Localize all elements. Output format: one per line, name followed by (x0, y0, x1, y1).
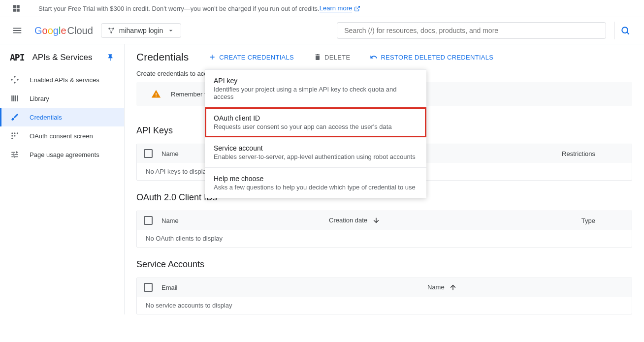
warning-icon (151, 89, 161, 99)
sidebar-item-agreements[interactable]: Page usage agreements (0, 145, 124, 164)
svg-rect-1 (17, 5, 20, 8)
create-credentials-menu: API key Identifies your project using a … (205, 69, 426, 198)
delete-button[interactable]: DELETE (314, 53, 350, 61)
plus-icon (208, 53, 216, 61)
diamond-icon (10, 75, 20, 84)
empty-state: No service accounts to display (137, 297, 632, 314)
column-name[interactable]: Name (427, 283, 457, 292)
arrow-down-icon (372, 217, 380, 224)
menu-item-title: OAuth client ID (214, 114, 418, 122)
svg-point-21 (11, 132, 13, 134)
sidebar-item-library[interactable]: Library (0, 89, 124, 108)
sidebar-item-label: Library (30, 95, 49, 102)
svg-point-26 (11, 138, 13, 139)
svg-point-11 (622, 27, 628, 33)
menu-item-api-key[interactable]: API key Identifies your project using a … (205, 70, 426, 107)
promo-banner: Start your Free Trial with $300 in credi… (0, 0, 644, 17)
action-label: DELETE (324, 54, 350, 61)
restore-icon (370, 53, 378, 61)
key-icon (10, 113, 20, 122)
table-header: Email Name (137, 278, 632, 297)
svg-rect-18 (13, 95, 14, 101)
select-all-checkbox[interactable] (144, 216, 153, 225)
service-accounts-table: Email Name No service accounts to displa… (136, 278, 632, 314)
agreements-icon (10, 150, 20, 159)
svg-rect-0 (13, 5, 16, 8)
search-field[interactable] (344, 27, 599, 34)
menu-item-title: Service account (214, 144, 418, 152)
section-title-service-accounts: Service Accounts (125, 248, 644, 274)
column-name[interactable]: Name (161, 217, 329, 224)
promo-text: Start your Free Trial with $300 in credi… (38, 5, 320, 12)
column-label: Name (427, 283, 445, 291)
arrow-up-icon (449, 283, 457, 291)
chevron-down-icon (167, 27, 175, 34)
trash-icon (314, 53, 322, 61)
action-label: RESTORE DELETED CREDENTIALS (381, 54, 493, 61)
search-input[interactable] (337, 22, 606, 39)
svg-rect-14 (11, 79, 13, 81)
svg-rect-2 (13, 9, 16, 12)
external-link-icon (354, 5, 360, 12)
sidebar: API APIs & Services Enabled APIs & servi… (0, 44, 125, 314)
svg-rect-15 (17, 79, 19, 81)
sidebar-item-label: OAuth consent screen (30, 132, 93, 140)
svg-line-10 (111, 29, 113, 32)
action-label: CREATE CREDENTIALS (219, 54, 294, 61)
menu-item-oauth-client-id[interactable]: OAuth client ID Requests user consent so… (205, 107, 426, 137)
menu-item-help-me-choose[interactable]: Help me choose Asks a few questions to h… (205, 167, 426, 198)
create-credentials-button[interactable]: CREATE CREDENTIALS (208, 53, 294, 61)
sidebar-item-label: Page usage agreements (30, 151, 99, 158)
menu-item-desc: Enables server-to-server, app-level auth… (214, 153, 418, 160)
svg-rect-17 (11, 95, 12, 101)
menu-item-desc: Asks a few questions to help you decide … (214, 184, 418, 191)
menu-item-desc: Requests user consent so your app can ac… (214, 123, 418, 130)
column-creation-date[interactable]: Creation date (329, 217, 380, 225)
menu-item-title: API key (214, 77, 418, 85)
table-header: Name Creation date Type (137, 211, 632, 230)
project-name: mihanwp login (119, 27, 163, 34)
menu-icon[interactable] (8, 21, 27, 40)
logo-suffix: Cloud (67, 25, 93, 36)
menu-item-service-account[interactable]: Service account Enables server-to-server… (205, 137, 426, 167)
column-label: Creation date (329, 217, 367, 224)
svg-point-24 (11, 135, 13, 137)
svg-point-22 (14, 132, 16, 134)
menu-item-title: Help me choose (214, 175, 418, 183)
sidebar-item-oauth-consent[interactable]: OAuth consent screen (0, 126, 124, 145)
gift-icon (12, 4, 21, 13)
content-header: Credentials CREATE CREDENTIALS DELETE RE… (125, 44, 644, 70)
search-button[interactable] (614, 22, 636, 39)
sidebar-item-label: Enabled APIs & services (30, 76, 99, 84)
pin-icon[interactable] (106, 54, 114, 62)
column-restrictions[interactable]: Restrictions (562, 150, 595, 157)
menu-item-desc: Identifies your project using a simple A… (214, 86, 418, 100)
page-title: Credentials (136, 51, 189, 63)
svg-rect-20 (17, 95, 18, 101)
svg-rect-19 (15, 95, 16, 101)
svg-point-23 (17, 132, 18, 134)
sidebar-header: API APIs & Services (0, 44, 124, 70)
sidebar-item-label: Credentials (30, 114, 62, 121)
promo-link[interactable]: Learn more (320, 4, 352, 12)
project-selector[interactable]: mihanwp login (101, 23, 182, 38)
library-icon (10, 94, 20, 103)
column-type[interactable]: Type (581, 217, 595, 224)
select-all-checkbox[interactable] (144, 149, 153, 158)
sidebar-item-enabled-apis[interactable]: Enabled APIs & services (0, 70, 124, 89)
sidebar-title: APIs & Services (32, 53, 98, 62)
consent-icon (10, 131, 20, 140)
svg-line-12 (627, 32, 629, 34)
logo-google: Google (34, 25, 66, 36)
project-icon (107, 27, 115, 34)
svg-line-4 (357, 6, 360, 9)
restore-button[interactable]: RESTORE DELETED CREDENTIALS (370, 53, 493, 61)
sidebar-item-credentials[interactable]: Credentials (0, 108, 124, 126)
api-icon: API (10, 52, 25, 62)
logo[interactable]: Google Cloud (34, 25, 93, 36)
column-email[interactable]: Email (161, 284, 427, 291)
select-all-checkbox[interactable] (144, 283, 153, 292)
oauth-clients-table: Name Creation date Type No OAuth clients… (136, 211, 632, 248)
svg-rect-3 (17, 9, 20, 12)
svg-line-9 (109, 29, 111, 32)
